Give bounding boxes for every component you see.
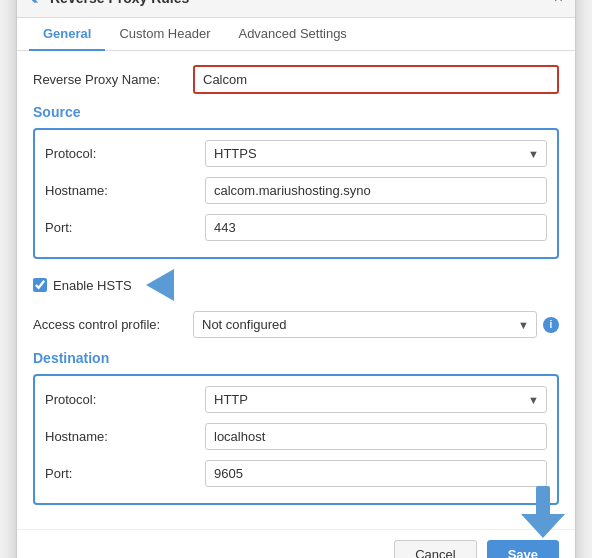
dest-port-input[interactable]: [205, 460, 547, 487]
source-protocol-select[interactable]: HTTP HTTPS: [205, 140, 547, 167]
tab-general[interactable]: General: [29, 18, 105, 51]
access-control-row: Access control profile: Not configured ▼…: [33, 311, 559, 338]
dest-protocol-select[interactable]: HTTP HTTPS: [205, 386, 547, 413]
dest-protocol-wrapper: HTTP HTTPS ▼: [205, 386, 547, 413]
enable-hsts-checkbox[interactable]: [33, 278, 47, 292]
dialog-body: Reverse Proxy Name: Source Protocol: HTT…: [17, 51, 575, 529]
dest-port-label: Port:: [45, 466, 205, 481]
access-profile-wrapper: Not configured ▼: [193, 311, 537, 338]
save-button[interactable]: Save: [487, 540, 559, 558]
dest-protocol-row: Protocol: HTTP HTTPS ▼: [45, 386, 547, 413]
source-section-box: Protocol: HTTP HTTPS ▼ Hostname: Port:: [33, 128, 559, 259]
source-port-label: Port:: [45, 220, 205, 235]
svg-rect-0: [536, 486, 550, 516]
access-profile-select[interactable]: Not configured: [193, 311, 537, 338]
svg-marker-1: [521, 514, 565, 538]
close-button[interactable]: ×: [554, 0, 563, 6]
enable-hsts-label: Enable HSTS: [53, 278, 132, 293]
dest-hostname-input[interactable]: [205, 423, 547, 450]
dest-protocol-label: Protocol:: [45, 392, 205, 407]
tab-custom-header[interactable]: Custom Header: [105, 18, 224, 51]
source-port-row: Port:: [45, 214, 547, 241]
enable-hsts-row: Enable HSTS: [33, 269, 559, 301]
proxy-name-input[interactable]: [193, 65, 559, 94]
destination-section-box: Protocol: HTTP HTTPS ▼ Hostname: Port:: [33, 374, 559, 505]
save-arrow-icon: [521, 486, 565, 541]
reverse-proxy-dialog: ➔ Reverse Proxy Rules × General Custom H…: [16, 0, 576, 558]
info-icon[interactable]: i: [543, 317, 559, 333]
source-protocol-wrapper: HTTP HTTPS ▼: [205, 140, 547, 167]
hsts-arrow-icon: [146, 269, 174, 301]
proxy-name-row: Reverse Proxy Name:: [33, 65, 559, 94]
access-profile-label: Access control profile:: [33, 317, 193, 332]
source-hostname-label: Hostname:: [45, 183, 205, 198]
source-hostname-row: Hostname:: [45, 177, 547, 204]
dialog-header: ➔ Reverse Proxy Rules ×: [17, 0, 575, 18]
dest-hostname-row: Hostname:: [45, 423, 547, 450]
source-protocol-row: Protocol: HTTP HTTPS ▼: [45, 140, 547, 167]
destination-section-title: Destination: [33, 350, 559, 366]
dest-hostname-label: Hostname:: [45, 429, 205, 444]
dialog-title: ➔ Reverse Proxy Rules: [29, 0, 189, 9]
source-hostname-input[interactable]: [205, 177, 547, 204]
tab-advanced-settings[interactable]: Advanced Settings: [224, 18, 360, 51]
source-protocol-label: Protocol:: [45, 146, 205, 161]
cancel-button[interactable]: Cancel: [394, 540, 476, 558]
tabs-bar: General Custom Header Advanced Settings: [17, 18, 575, 51]
dialog-footer: Cancel Save: [17, 529, 575, 558]
proxy-name-label: Reverse Proxy Name:: [33, 72, 193, 87]
dest-port-row: Port:: [45, 460, 547, 487]
title-text: Reverse Proxy Rules: [50, 0, 189, 6]
source-section-title: Source: [33, 104, 559, 120]
arrow-icon: ➔: [29, 0, 44, 9]
source-port-input[interactable]: [205, 214, 547, 241]
